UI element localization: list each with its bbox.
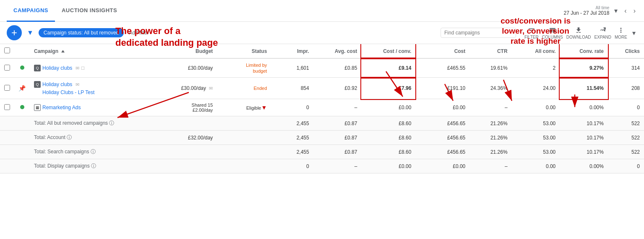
- total-impr: 2,455: [271, 131, 313, 145]
- total-label: Total: Search campaigns ⓘ: [30, 145, 157, 159]
- col-status-header[interactable]: Status: [217, 44, 271, 58]
- add-filter-label[interactable]: Add filter: [129, 30, 149, 36]
- status-eligible: Eligible▼: [246, 105, 267, 110]
- convrate-cell: 9.27%: [560, 58, 608, 78]
- status-cell: Limited bybudget: [217, 58, 271, 78]
- envelope-icon: ✉: [76, 82, 79, 87]
- main-toolbar: + ▼ Campaign status: All but removed Add…: [0, 22, 644, 44]
- col-campaign-header[interactable]: Campaign: [30, 44, 157, 58]
- total-avgcost: £0.87: [313, 131, 362, 145]
- filter-tag[interactable]: Campaign status: All but removed: [39, 28, 124, 37]
- impr-cell: 854: [271, 78, 313, 99]
- row-checkbox[interactable]: [4, 104, 10, 110]
- total-convrate: 10.17%: [560, 145, 608, 159]
- col-convrate-header[interactable]: Conv. rate: [560, 44, 608, 58]
- status-dot-green: [20, 105, 24, 109]
- campaign-link[interactable]: Holiday clubs: [42, 81, 72, 87]
- table-row: ▦ Remarketing Ads Shared 15£2.00/day Eli…: [0, 99, 644, 116]
- col-impr-header[interactable]: Impr.: [271, 44, 313, 58]
- row-checkbox[interactable]: [4, 65, 10, 71]
- total-ctr: 21.26%: [469, 145, 511, 159]
- date-prev-btn[interactable]: ‹: [623, 5, 628, 16]
- total-costconv: £8.60: [361, 116, 415, 131]
- avgcost-cell: £0.85: [313, 58, 362, 78]
- top-navigation: CAMPAIGNS AUCTION INSIGHTS All time 27 J…: [0, 0, 644, 22]
- collapse-btn[interactable]: ▾: [631, 27, 637, 39]
- convrate-cell: 0.00%: [560, 99, 608, 116]
- total-clicks: 0: [608, 159, 644, 173]
- columns-btn[interactable]: COLUMNS: [542, 26, 563, 39]
- campaigns-table: Campaign Budget Status Impr. Avg. cost C…: [0, 44, 644, 173]
- status-cell: Eligible▼: [217, 99, 271, 116]
- filter-icon[interactable]: ▼: [27, 29, 34, 37]
- pin-icon: 📌: [18, 85, 26, 92]
- total-clicks: 522: [608, 116, 644, 131]
- total-label: Total: Account ⓘ: [30, 131, 157, 145]
- total-allconv: 53.00: [512, 131, 560, 145]
- clicks-cell: 0: [608, 99, 644, 116]
- total-row: Total: All but removed campaigns ⓘ 2,455…: [0, 116, 644, 131]
- clicks-cell: 208: [608, 78, 644, 99]
- total-clicks: 522: [608, 145, 644, 159]
- total-allconv: 0.00: [512, 159, 560, 173]
- col-avgcost-header[interactable]: Avg. cost: [313, 44, 362, 58]
- avgcost-cell: –: [313, 99, 362, 116]
- date-next-btn[interactable]: ›: [632, 5, 637, 16]
- allconv-cell: 2: [512, 58, 560, 78]
- total-costconv: £8.60: [361, 145, 415, 159]
- download-btn[interactable]: DOWNLOAD: [566, 26, 591, 39]
- total-row: Total: Search campaigns ⓘ 2,455 £0.87 £8…: [0, 145, 644, 159]
- campaign-cell: ▦ Remarketing Ads: [30, 99, 157, 116]
- display-icon: ▦: [34, 104, 41, 111]
- costconv-cell: £7.96: [361, 78, 415, 99]
- total-cost: £456.65: [415, 131, 469, 145]
- total-status: [217, 116, 271, 131]
- row-checkbox[interactable]: [4, 85, 10, 91]
- impr-cell: 0: [271, 99, 313, 116]
- filter-btn[interactable]: FILTER: [524, 26, 539, 39]
- convrate-cell: 11.54%: [560, 78, 608, 99]
- total-label: Total: All but removed campaigns ⓘ: [30, 116, 157, 131]
- select-all-checkbox[interactable]: [4, 47, 10, 53]
- tab-campaigns[interactable]: CAMPAIGNS: [7, 0, 55, 22]
- total-checkbox-col: [0, 131, 30, 145]
- total-ctr: –: [469, 159, 511, 173]
- budget-cell: £30.00/day ✉: [157, 78, 217, 99]
- total-allconv: 53.00: [512, 116, 560, 131]
- total-avgcost: £0.87: [313, 145, 362, 159]
- col-allconv-header[interactable]: All conv.: [512, 44, 560, 58]
- toolbar-actions: FILTER COLUMNS DOWNLOAD EXPAND MORE ▾: [524, 26, 637, 39]
- expand-btn[interactable]: EXPAND: [594, 26, 611, 39]
- tab-auction-insights[interactable]: AUCTION INSIGHTS: [55, 0, 124, 22]
- campaigns-table-wrap: Campaign Budget Status Impr. Avg. cost C…: [0, 44, 644, 173]
- envelope-icon: ✉: [76, 66, 79, 71]
- col-budget-header[interactable]: Budget: [157, 44, 217, 58]
- ctr-cell: 19.61%: [469, 58, 511, 78]
- add-button[interactable]: +: [7, 25, 22, 40]
- costconv-cell: £0.00: [361, 99, 415, 116]
- date-dropdown-btn[interactable]: ▾: [613, 5, 619, 16]
- col-clicks-header[interactable]: Clicks: [608, 44, 644, 58]
- campaign-link[interactable]: Holiday clubs: [42, 65, 72, 71]
- campaign-link[interactable]: Remarketing Ads: [42, 105, 81, 110]
- total-impr: 2,455: [271, 116, 313, 131]
- total-budget: [157, 116, 217, 131]
- budget-cell: £30.00/day: [157, 58, 217, 78]
- col-ctr-header[interactable]: CTR: [469, 44, 511, 58]
- total-cost: £456.65: [415, 145, 469, 159]
- total-costconv: £8.60: [361, 131, 415, 145]
- total-budget: [157, 159, 217, 173]
- col-cost-header[interactable]: Cost: [415, 44, 469, 58]
- more-btn[interactable]: MORE: [615, 26, 627, 39]
- cost-cell: £465.55: [415, 58, 469, 78]
- search-input[interactable]: [441, 28, 516, 38]
- search-icon: Q: [34, 65, 41, 71]
- col-status-indicator: [14, 44, 30, 58]
- campaign-cell: Q Holiday clubs ✉ ☐: [30, 58, 157, 78]
- campaign-cell: Q Holiday clubs ✉ Holiday Clubs - LP Tes…: [30, 78, 157, 99]
- total-row: Total: Display campaigns ⓘ 0 – £0.00 £0.…: [0, 159, 644, 173]
- campaign-sub-link[interactable]: Holiday Clubs - LP Test: [42, 89, 94, 95]
- budget-cell: Shared 15£2.00/day: [157, 99, 217, 116]
- total-status: [217, 131, 271, 145]
- col-costconv-header[interactable]: Cost / conv.: [361, 44, 415, 58]
